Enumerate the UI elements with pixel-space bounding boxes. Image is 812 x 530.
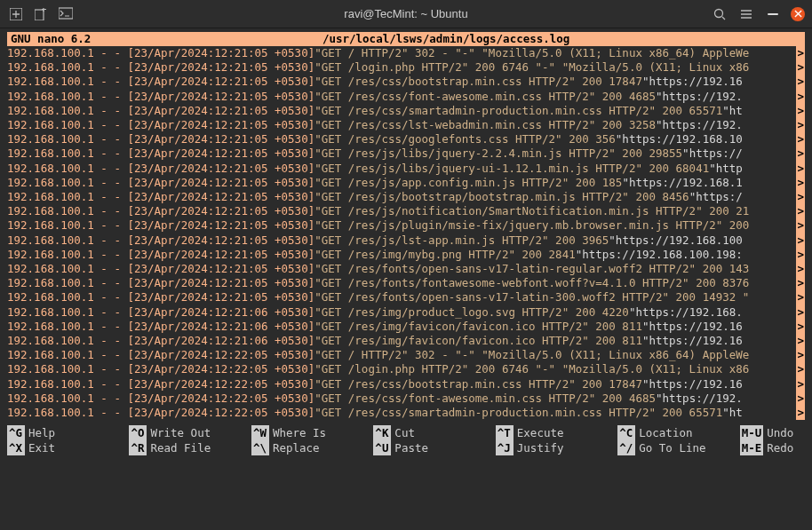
shortcut-key: ^J <box>496 440 513 455</box>
nano-shortcut: ^CLocation <box>617 425 739 440</box>
log-line: 192.168.100.1 - - [23/Apr/2024:12:21:06 … <box>7 320 805 334</box>
nano-shortcut: ^/Go To Line <box>617 440 739 455</box>
titlebar-right <box>711 5 805 23</box>
menu-icon[interactable] <box>737 5 755 23</box>
shortcut-key: ^C <box>617 425 635 440</box>
shortcut-label: Exit <box>28 440 55 455</box>
log-line: 192.168.100.1 - - [23/Apr/2024:12:22:05 … <box>7 362 805 376</box>
nano-shortcut: ^\Replace <box>251 440 373 455</box>
nano-shortcut: ^RRead File <box>129 440 251 455</box>
nano-shortcut: ^KCut <box>373 425 495 440</box>
nano-shortcuts-row-1: ^GHelp^OWrite Out^WWhere Is^KCut^TExecut… <box>7 425 805 440</box>
nano-shortcut: ^OWrite Out <box>129 425 251 440</box>
log-line: 192.168.100.1 - - [23/Apr/2024:12:21:05 … <box>7 146 805 161</box>
shortcut-key: ^R <box>129 440 147 455</box>
log-line: 192.168.100.1 - - [23/Apr/2024:12:21:05 … <box>7 60 805 75</box>
log-line: 192.168.100.1 - - [23/Apr/2024:12:21:05 … <box>7 118 805 132</box>
log-line: 192.168.100.1 - - [23/Apr/2024:12:21:05 … <box>7 190 805 204</box>
shortcut-label: Where Is <box>273 425 326 440</box>
svg-rect-1 <box>35 10 44 20</box>
shortcut-label: Execute <box>517 425 564 440</box>
log-line: 192.168.100.1 - - [23/Apr/2024:12:22:05 … <box>7 392 805 406</box>
nano-shortcut: ^XExit <box>7 440 129 455</box>
log-line: 192.168.100.1 - - [23/Apr/2024:12:21:05 … <box>7 46 805 60</box>
nano-shortcut: M-UUndo <box>740 425 805 440</box>
shortcut-key: ^\ <box>251 440 269 455</box>
window-title: ravi@TecMint: ~ Ubuntu <box>344 7 467 20</box>
nano-shortcuts-row-2: ^XExit^RRead File^\Replace^UPaste^JJusti… <box>7 440 805 455</box>
shortcut-label: Undo <box>767 425 793 440</box>
nano-app-name: GNU nano 6.2 <box>11 32 91 46</box>
shortcut-key: M-U <box>740 425 764 440</box>
shortcut-key: ^K <box>373 425 391 440</box>
log-line: 192.168.100.1 - - [23/Apr/2024:12:21:05 … <box>7 132 805 146</box>
nano-header: GNU nano 6.2 /usr/local/lsws/admin/logs/… <box>7 32 805 46</box>
titlebar: ravi@TecMint: ~ Ubuntu <box>0 0 812 28</box>
log-content: 192.168.100.1 - - [23/Apr/2024:12:21:05 … <box>7 46 805 420</box>
shortcut-key: ^X <box>7 440 25 455</box>
close-button[interactable] <box>791 7 805 21</box>
svg-point-3 <box>715 9 723 17</box>
log-line: 192.168.100.1 - - [23/Apr/2024:12:22:05 … <box>7 406 805 420</box>
shortcut-key: ^/ <box>617 440 635 455</box>
log-line: 192.168.100.1 - - [23/Apr/2024:12:21:06 … <box>7 305 805 320</box>
shortcut-label: Replace <box>273 440 320 455</box>
terminal-icon[interactable] <box>57 5 75 23</box>
shortcut-label: Justify <box>517 440 564 455</box>
new-window-icon[interactable] <box>32 5 50 23</box>
log-line: 192.168.100.1 - - [23/Apr/2024:12:21:05 … <box>7 262 805 276</box>
nano-shortcut: ^GHelp <box>7 425 129 440</box>
shortcut-key: ^W <box>251 425 269 440</box>
svg-rect-2 <box>59 8 73 19</box>
log-line: 192.168.100.1 - - [23/Apr/2024:12:22:05 … <box>7 348 805 362</box>
shortcut-key: M-E <box>740 440 764 455</box>
shortcut-key: ^G <box>7 425 25 440</box>
nano-shortcut: ^JJustify <box>496 440 617 455</box>
shortcut-key: ^O <box>129 425 147 440</box>
log-line: 192.168.100.1 - - [23/Apr/2024:12:21:05 … <box>7 90 805 104</box>
nano-shortcut: ^UPaste <box>373 440 495 455</box>
nano-shortcut: ^WWhere Is <box>251 425 373 440</box>
log-line: 192.168.100.1 - - [23/Apr/2024:12:21:05 … <box>7 204 805 218</box>
log-line: 192.168.100.1 - - [23/Apr/2024:12:21:06 … <box>7 334 805 348</box>
log-line: 192.168.100.1 - - [23/Apr/2024:12:21:05 … <box>7 162 805 176</box>
shortcut-label: Redo <box>767 440 793 455</box>
shortcut-label: Go To Line <box>639 440 705 455</box>
shortcut-label: Write Out <box>150 425 211 440</box>
nano-shortcut: M-ERedo <box>740 440 805 455</box>
nano-file-path: /usr/local/lsws/admin/logs/access.log <box>91 32 801 46</box>
shortcut-label: Paste <box>394 440 428 455</box>
new-tab-icon[interactable] <box>7 5 25 23</box>
log-line: 192.168.100.1 - - [23/Apr/2024:12:21:05 … <box>7 233 805 248</box>
log-line: 192.168.100.1 - - [23/Apr/2024:12:21:05 … <box>7 276 805 290</box>
shortcut-label: Help <box>28 425 55 440</box>
shortcut-label: Cut <box>394 425 415 440</box>
log-line: 192.168.100.1 - - [23/Apr/2024:12:21:05 … <box>7 248 805 262</box>
shortcut-key: ^T <box>496 425 513 440</box>
log-line: 192.168.100.1 - - [23/Apr/2024:12:21:05 … <box>7 75 805 89</box>
log-line: 192.168.100.1 - - [23/Apr/2024:12:22:05 … <box>7 377 805 392</box>
log-line: 192.168.100.1 - - [23/Apr/2024:12:21:05 … <box>7 218 805 233</box>
search-icon[interactable] <box>711 5 728 23</box>
shortcut-key: ^U <box>373 440 391 455</box>
log-line: 192.168.100.1 - - [23/Apr/2024:12:21:05 … <box>7 104 805 118</box>
log-line: 192.168.100.1 - - [23/Apr/2024:12:21:05 … <box>7 290 805 305</box>
nano-shortcut: ^TExecute <box>496 425 617 440</box>
log-line: 192.168.100.1 - - [23/Apr/2024:12:21:05 … <box>7 176 805 190</box>
nano-footer: ^GHelp^OWrite Out^WWhere Is^KCut^TExecut… <box>7 425 805 455</box>
terminal-area[interactable]: GNU nano 6.2 /usr/local/lsws/admin/logs/… <box>0 28 812 530</box>
shortcut-label: Read File <box>150 440 211 455</box>
shortcut-label: Location <box>639 425 692 440</box>
minimize-button[interactable] <box>764 5 782 23</box>
